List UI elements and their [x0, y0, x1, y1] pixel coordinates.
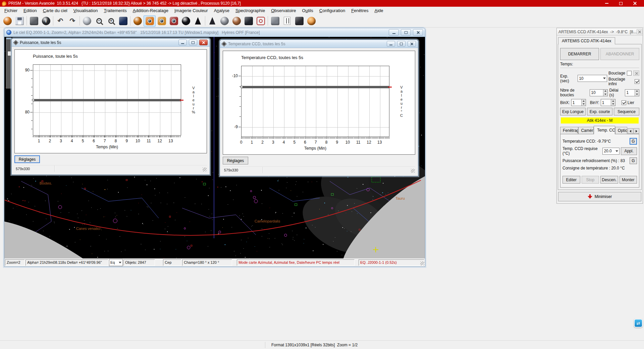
menu-aide[interactable]: Aide	[371, 7, 386, 14]
demarrer-button[interactable]: DEMARRER	[560, 48, 599, 60]
puissance-maximize-button[interactable]	[189, 40, 197, 45]
spin-up-icon[interactable]	[582, 99, 586, 103]
image-display-button[interactable]	[117, 15, 129, 27]
puissance-minimize-button[interactable]	[178, 40, 187, 45]
menu-analyse[interactable]: Analyse	[211, 7, 232, 14]
process-gear-button[interactable]	[131, 15, 144, 27]
tab-scroll-right-button[interactable]	[634, 128, 639, 134]
format-status-text: Format 1391x1039x1 [Réels 32bits] Zoom =…	[265, 343, 358, 347]
observatory-button[interactable]	[192, 15, 204, 27]
menu-outils[interactable]: Outils	[299, 7, 316, 14]
app-minimize-button[interactable]	[600, 0, 614, 7]
minimiser-button[interactable]: Minimiser	[558, 192, 641, 201]
panel-titlebar[interactable]: ARTEMIS CCD ATIK-414ex -> -9.8°C [8...	[557, 28, 643, 36]
color-camera-button[interactable]	[156, 15, 168, 27]
menu-spectrographie[interactable]: Spectrographie	[232, 7, 268, 14]
puissance-titlebar[interactable]: Puissance, toute les 5s	[12, 39, 210, 47]
spin-up-icon[interactable]	[611, 99, 615, 103]
graph-power-button[interactable]: G	[630, 157, 637, 164]
sky-window-titlebar[interactable]: Le ciel EQ.2000-1-1, Zoom=2, Alpha= 22h2…	[4, 28, 425, 37]
sky-resize-grip[interactable]	[420, 261, 424, 265]
menu-visualisation[interactable]: Visualisation	[70, 7, 101, 14]
redo-button[interactable]: ↷	[66, 15, 78, 27]
menu-carte-du-ciel[interactable]: Carte du ciel	[40, 7, 70, 14]
camera-tab[interactable]: ARTEMIS CCD ATIK-414ex	[558, 37, 615, 44]
sky-close-button[interactable]	[413, 29, 423, 36]
monter-button[interactable]: Monter	[620, 176, 637, 184]
temperature-maximize-button[interactable]	[397, 41, 406, 47]
dome-sphere-button[interactable]	[218, 15, 230, 27]
app-close-button[interactable]	[628, 0, 642, 7]
remote-arrows-icon[interactable]: ⇄	[634, 319, 643, 328]
binx-stepper[interactable]: 1	[571, 99, 586, 106]
menu-traitements[interactable]: Traitements	[101, 7, 130, 14]
spin-down-icon[interactable]	[635, 93, 639, 96]
open-image-button[interactable]	[1, 15, 13, 27]
spin-up-icon[interactable]	[635, 90, 639, 93]
acquire-camera-button[interactable]	[144, 15, 156, 27]
sky-minimize-button[interactable]	[389, 29, 399, 36]
menu-fichier[interactable]: Fichier	[1, 7, 20, 14]
editer-button[interactable]: Editer	[562, 176, 580, 184]
temperature-close-button[interactable]	[408, 41, 416, 47]
tab-scroll-left-button[interactable]	[628, 128, 633, 134]
resize-grip[interactable]	[203, 167, 207, 171]
tab-cam-ra[interactable]: Caméra	[578, 127, 594, 134]
puissance-close-button[interactable]	[199, 40, 208, 45]
panel-close-button[interactable]	[637, 29, 642, 34]
exp-courte-button[interactable]: Exp. courte	[587, 108, 612, 115]
tab-temp-ccd[interactable]: Temp. CCD	[594, 126, 615, 134]
exp-longue-button[interactable]: Exp Longue	[560, 108, 586, 115]
spin-up-icon[interactable]	[603, 90, 607, 93]
toolbar: i↶↷−+	[0, 14, 644, 28]
ccd-panel-button[interactable]	[243, 15, 255, 27]
telescope-cone-button[interactable]	[206, 15, 218, 27]
zoom-in-button[interactable]: +	[105, 15, 117, 27]
menu-imagerie-couleur[interactable]: Imagerie Couleur	[171, 7, 211, 14]
video-camera-button[interactable]	[168, 15, 180, 27]
appliquer-button[interactable]: Appl.	[621, 147, 637, 155]
menu-addition-recalage[interactable]: Addition-Recalage	[130, 7, 171, 14]
reglages-button[interactable]: Réglages	[14, 155, 40, 163]
menu-observatoire[interactable]: Observatoire	[268, 7, 299, 14]
camera-export-button[interactable]	[28, 15, 40, 27]
coordinate-system-combo[interactable]: Eq	[109, 259, 123, 266]
app-maximize-button[interactable]	[614, 0, 628, 7]
menu-fen-tres[interactable]: Fenêtres	[348, 7, 371, 14]
user-profile-button[interactable]	[305, 15, 317, 27]
filter-device-button[interactable]	[269, 15, 281, 27]
lier-checkbox[interactable]	[622, 100, 626, 105]
spin-down-icon[interactable]	[603, 93, 607, 96]
preview-sphere-button[interactable]	[81, 15, 93, 27]
descendre-button[interactable]: Descen.	[600, 176, 618, 184]
sky-maximize-button[interactable]	[401, 29, 411, 36]
joystick-button[interactable]	[293, 15, 305, 27]
graph-temp-button[interactable]: G	[630, 138, 637, 145]
info-button[interactable]: i	[40, 15, 52, 27]
biny-stepper[interactable]: 1	[601, 99, 615, 106]
reglages-button[interactable]: Réglages	[223, 157, 248, 164]
menu-edition[interactable]: Edition	[20, 7, 40, 14]
exposure-combo[interactable]: 10	[578, 75, 607, 82]
focuser-ball-button[interactable]	[230, 15, 243, 27]
temperature-minimize-button[interactable]	[387, 41, 395, 47]
resize-grip[interactable]	[411, 169, 415, 173]
bouclage-infini-checkbox[interactable]	[635, 79, 639, 84]
temperature-titlebar[interactable]: Temperature CCD, toutes les 5s	[220, 40, 418, 48]
lens-barrel-button[interactable]	[180, 15, 192, 27]
delai-stepper[interactable]: 1	[625, 89, 639, 96]
tab-optio[interactable]: Optio	[615, 127, 627, 134]
sequence-button[interactable]: Sequence	[614, 108, 639, 115]
bouclage-checkbox[interactable]	[627, 71, 632, 76]
spin-down-icon[interactable]	[611, 103, 615, 106]
slider-control-button[interactable]	[281, 15, 293, 27]
guide-camera-button[interactable]	[255, 15, 267, 27]
save-button[interactable]	[13, 15, 25, 27]
nbre-boucles-stepper[interactable]: 10	[590, 89, 608, 96]
tab-fen-trage[interactable]: Fenêtrage	[560, 127, 578, 134]
spin-down-icon[interactable]	[582, 103, 586, 106]
undo-button[interactable]: ↶	[54, 15, 66, 27]
menu-configuration[interactable]: Configuration	[316, 7, 348, 14]
temp-requise-combo[interactable]: 20.0	[602, 148, 620, 155]
zoom-out-button[interactable]: −	[93, 15, 105, 27]
